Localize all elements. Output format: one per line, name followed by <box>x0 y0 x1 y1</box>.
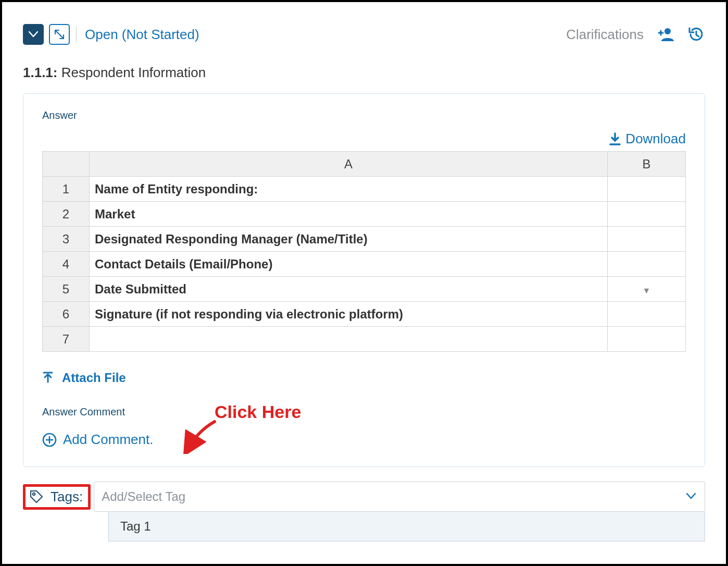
history-button[interactable] <box>687 26 705 43</box>
tag-icon <box>29 489 44 505</box>
tags-label: Tags: <box>51 489 83 505</box>
question-title: 1.1.1: Respondent Information <box>23 65 705 81</box>
tags-bar: Tags: <box>23 482 705 512</box>
attach-file-link[interactable]: Attach File <box>42 371 686 385</box>
add-comment-text: Add Comment. <box>63 432 153 448</box>
dropdown-triangle-icon: ▼ <box>643 286 651 295</box>
table-row: 6 Signature (if not responding via elect… <box>43 302 686 327</box>
history-icon <box>687 26 705 43</box>
add-comment-link[interactable]: Add Comment. <box>42 432 686 448</box>
add-person-button[interactable] <box>656 27 675 42</box>
col-header-blank <box>43 152 90 177</box>
table-row: 1 Name of Entity responding: <box>43 177 686 202</box>
header-left: Open (Not Started) <box>23 24 199 45</box>
expand-icon <box>54 29 65 40</box>
question-number: 1.1.1: <box>23 65 58 80</box>
tags-input[interactable] <box>94 482 705 512</box>
download-text: Download <box>625 131 686 147</box>
cell-b[interactable] <box>608 327 686 352</box>
plus-circle-icon <box>42 433 57 447</box>
row-num: 6 <box>43 302 90 327</box>
tag-option[interactable]: Tag 1 <box>109 512 705 541</box>
answer-label: Answer <box>42 109 686 121</box>
svg-point-1 <box>664 28 671 34</box>
row-num: 7 <box>43 327 90 352</box>
cell-b[interactable] <box>608 202 686 227</box>
clarifications-link[interactable]: Clarifications <box>566 27 644 43</box>
row-num: 5 <box>43 277 90 302</box>
cell-a[interactable]: Name of Entity responding: <box>90 177 608 202</box>
cell-a[interactable]: Market <box>90 202 608 227</box>
download-link[interactable]: Download <box>609 131 686 147</box>
cell-a[interactable]: Contact Details (Email/Phone) <box>90 252 608 277</box>
cell-a[interactable]: Designated Responding Manager (Name/Titl… <box>90 227 608 252</box>
table-row: 4 Contact Details (Email/Phone) <box>43 252 686 277</box>
header-right: Clarifications <box>566 26 705 43</box>
collapse-button[interactable] <box>23 24 44 45</box>
row-num: 1 <box>43 177 90 202</box>
attach-file-text: Attach File <box>62 371 126 385</box>
expand-button[interactable] <box>49 24 70 45</box>
answer-comment-label: Answer Comment <box>42 406 686 418</box>
add-person-icon <box>656 27 675 42</box>
table-row: 7 <box>43 327 686 352</box>
row-num: 4 <box>43 252 90 277</box>
row-num: 2 <box>43 202 90 227</box>
tags-label-group: Tags: <box>23 484 91 510</box>
col-header-a: A <box>90 152 608 177</box>
svg-point-9 <box>33 493 35 495</box>
status-text: Open (Not Started) <box>85 27 199 43</box>
table-row: 2 Market <box>43 202 686 227</box>
answer-card: Answer Download A B <box>23 93 705 467</box>
cell-b[interactable] <box>608 302 686 327</box>
table-row: 3 Designated Responding Manager (Name/Ti… <box>43 227 686 252</box>
svg-line-0 <box>55 30 64 39</box>
col-header-b: B <box>608 152 686 177</box>
answer-table: A B 1 Name of Entity responding: 2 Marke… <box>42 151 686 352</box>
cell-b[interactable] <box>608 252 686 277</box>
table-row: 5 Date Submitted ▼ <box>43 277 686 302</box>
upload-icon <box>42 372 54 384</box>
download-icon <box>609 132 621 146</box>
chevron-down-icon <box>29 31 38 38</box>
row-num: 3 <box>43 227 90 252</box>
cell-b[interactable] <box>608 177 686 202</box>
header-bar: Open (Not Started) Clarifications <box>23 24 705 45</box>
cell-a[interactable] <box>90 327 608 352</box>
cell-b[interactable] <box>608 227 686 252</box>
cell-a[interactable]: Signature (if not responding via electro… <box>90 302 608 327</box>
tags-dropdown: Tag 1 <box>108 512 705 542</box>
cell-b[interactable]: ▼ <box>608 277 686 302</box>
question-name: Respondent Information <box>61 65 206 80</box>
divider <box>76 27 77 42</box>
cell-a[interactable]: Date Submitted <box>90 277 608 302</box>
